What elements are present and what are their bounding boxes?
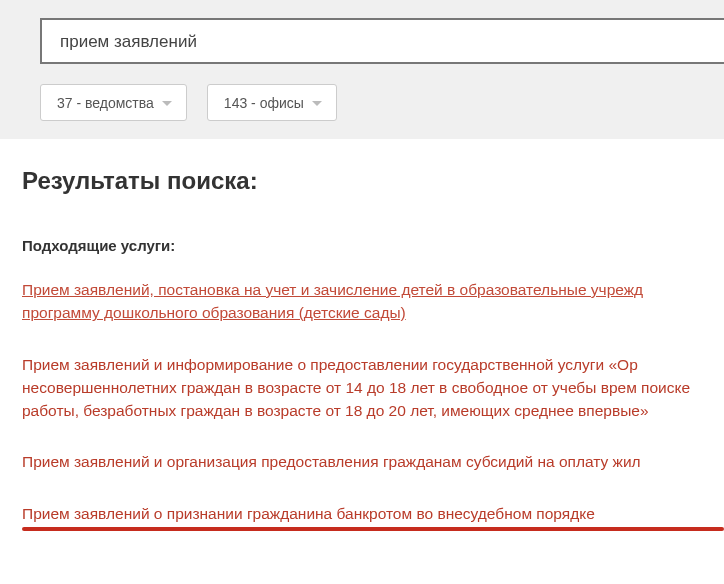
matching-services-heading: Подходящие услуги: [22, 237, 724, 254]
chevron-down-icon [312, 101, 322, 106]
filter-offices[interactable]: 143 - офисы [207, 84, 337, 121]
results-heading: Результаты поиска: [22, 167, 724, 195]
filter-departments-label: 37 - ведомства [57, 95, 154, 111]
result-link[interactable]: Прием заявлений и организация предоставл… [22, 453, 641, 470]
highlight-underline [22, 527, 724, 531]
result-item: Прием заявлений и информирование о предо… [22, 353, 724, 423]
search-panel: 37 - ведомства 143 - офисы [0, 0, 724, 139]
result-link[interactable]: Прием заявлений, постановка на учет и за… [22, 281, 643, 321]
filter-departments[interactable]: 37 - ведомства [40, 84, 187, 121]
filter-row: 37 - ведомства 143 - офисы [40, 84, 724, 121]
chevron-down-icon [162, 101, 172, 106]
search-input[interactable] [40, 18, 724, 64]
result-item: Прием заявлений и организация предоставл… [22, 450, 724, 473]
content-area: Результаты поиска: Подходящие услуги: Пр… [0, 167, 724, 531]
result-item: Прием заявлений о признании гражданина б… [22, 502, 724, 531]
result-link[interactable]: Прием заявлений о признании гражданина б… [22, 505, 595, 522]
result-item: Прием заявлений, постановка на учет и за… [22, 278, 724, 325]
result-link[interactable]: Прием заявлений и информирование о предо… [22, 356, 690, 420]
filter-offices-label: 143 - офисы [224, 95, 304, 111]
